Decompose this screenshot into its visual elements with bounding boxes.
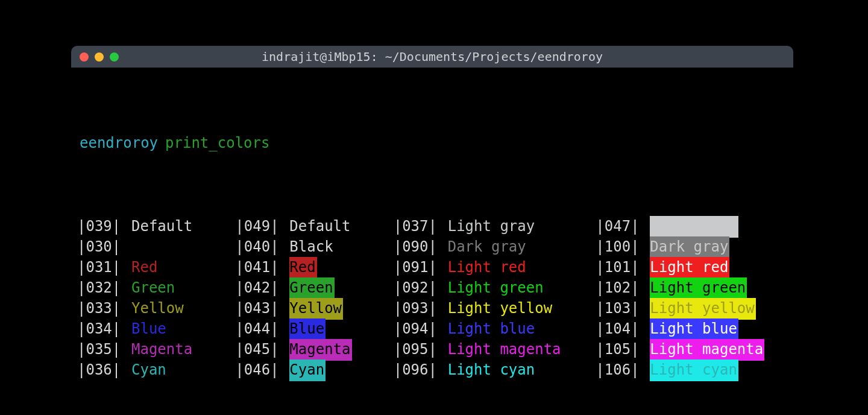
color-label: Cyan: [289, 360, 326, 381]
ansi-code: |030|: [77, 236, 124, 257]
color-label: [131, 250, 133, 252]
color-row: |037|Light gray: [394, 216, 585, 236]
color-label: Red: [131, 257, 159, 279]
color-label: Dark gray: [448, 236, 527, 258]
ansi-code: |040|: [235, 236, 282, 257]
minimize-icon[interactable]: [95, 52, 104, 62]
ansi-code: |092|: [394, 277, 441, 298]
color-row: |033|Yellow: [77, 298, 224, 318]
titlebar[interactable]: indrajit@iMbp15: ~/Documents/Projects/ee…: [71, 46, 793, 68]
color-label: Light cyan: [448, 360, 536, 381]
color-label: Light magenta: [448, 339, 562, 361]
ansi-code: |106|: [596, 360, 643, 380]
color-row: |102|Light green: [596, 277, 787, 298]
color-row: |103|Light yellow: [596, 298, 787, 318]
color-row: |096|Light cyan: [394, 360, 585, 380]
ansi-code: |032|: [77, 277, 124, 298]
color-row: |092|Light green: [394, 277, 585, 298]
color-column-bg-basic: |049|Default|040|Black|041|Red|042|Green…: [235, 216, 382, 380]
color-label: Light green: [650, 277, 747, 299]
color-row: |044|Blue: [235, 318, 382, 339]
color-row: |039|Default: [77, 216, 224, 236]
ansi-code: |037|: [394, 216, 441, 236]
color-row: |101|Light red: [596, 257, 787, 277]
ansi-code: |049|: [235, 216, 282, 236]
color-label: Blue: [131, 318, 168, 340]
color-label: Light blue: [448, 318, 536, 340]
ansi-code: |034|: [77, 318, 124, 339]
color-label: Light gray: [650, 216, 738, 238]
close-icon[interactable]: [80, 52, 89, 62]
ansi-code: |035|: [77, 339, 124, 360]
color-row: |042|Green: [235, 277, 382, 298]
ansi-code: |094|: [394, 318, 441, 339]
color-row: |045|Magenta: [235, 339, 382, 360]
color-label: Magenta: [131, 339, 193, 361]
ansi-code: |091|: [394, 257, 441, 277]
ansi-code: |047|: [596, 216, 643, 236]
ansi-code: |031|: [77, 257, 124, 277]
color-label: Light yellow: [650, 298, 755, 320]
color-label: Green: [131, 277, 176, 299]
color-label: Light cyan: [650, 360, 738, 381]
ansi-code: |100|: [596, 236, 643, 257]
color-row: |040|Black: [235, 236, 382, 257]
color-label: Light magenta: [650, 339, 764, 361]
stage: indrajit@iMbp15: ~/Documents/Projects/ee…: [0, 0, 868, 415]
window-title: indrajit@iMbp15: ~/Documents/Projects/ee…: [71, 49, 793, 64]
color-label: Light red: [650, 257, 729, 279]
ansi-code: |046|: [235, 360, 282, 380]
color-label: Dark gray: [650, 236, 729, 258]
color-label: Magenta: [289, 339, 351, 361]
ansi-code: |043|: [235, 298, 282, 318]
ansi-code: |101|: [596, 257, 643, 277]
color-label: Default: [289, 216, 351, 238]
color-column-bg-light: |047|Light gray|100|Dark gray|101|Light …: [596, 216, 787, 380]
prompt-user: eendroroy: [80, 133, 158, 153]
color-row: |090|Dark gray: [394, 236, 585, 257]
color-row: |046|Cyan: [235, 360, 382, 380]
ansi-code: |042|: [235, 277, 282, 298]
color-label: Light blue: [650, 318, 738, 340]
color-row: |105|Light magenta: [596, 339, 787, 360]
color-row: |030|: [77, 236, 224, 257]
ansi-code: |044|: [235, 318, 282, 339]
ansi-code: |105|: [596, 339, 643, 360]
color-row: |034|Blue: [77, 318, 224, 339]
color-row: |049|Default: [235, 216, 382, 236]
terminal-window: indrajit@iMbp15: ~/Documents/Projects/ee…: [71, 46, 793, 415]
color-row: |035|Magenta: [77, 339, 224, 360]
terminal-body[interactable]: eendroroy print_colors |039|Default|030|…: [71, 68, 793, 415]
zoom-icon[interactable]: [110, 52, 119, 62]
ansi-code: |103|: [596, 298, 643, 318]
color-label: Default: [131, 216, 193, 238]
color-label: Light green: [448, 277, 545, 299]
color-table: |039|Default|030||031|Red|032|Green|033|…: [77, 216, 787, 380]
color-label: Yellow: [131, 298, 185, 320]
color-row: |091|Light red: [394, 257, 585, 277]
color-row: |095|Light magenta: [394, 339, 585, 360]
ansi-code: |033|: [77, 298, 124, 318]
prompt-command: print_colors: [165, 133, 269, 153]
traffic-lights: [80, 52, 119, 62]
color-row: |043|Yellow: [235, 298, 382, 318]
color-label: Black: [289, 236, 334, 258]
color-row: |032|Green: [77, 277, 224, 298]
color-row: |031|Red: [77, 257, 224, 277]
ansi-code: |041|: [235, 257, 282, 277]
color-row: |036|Cyan: [77, 360, 224, 380]
color-row: |106|Light cyan: [596, 360, 787, 380]
ansi-code: |045|: [235, 339, 282, 360]
color-row: |093|Light yellow: [394, 298, 585, 318]
color-row: |041|Red: [235, 257, 382, 277]
color-row: |094|Light blue: [394, 318, 585, 339]
ansi-code: |102|: [596, 277, 643, 298]
ansi-code: |096|: [394, 360, 441, 380]
color-label: Green: [289, 277, 334, 299]
color-label: Light gray: [448, 216, 536, 238]
ansi-code: |090|: [394, 236, 441, 257]
prompt-line-1: eendroroy print_colors: [77, 133, 787, 153]
ansi-code: |036|: [77, 360, 124, 380]
color-label: Yellow: [289, 298, 343, 320]
color-row: |100|Dark gray: [596, 236, 787, 257]
